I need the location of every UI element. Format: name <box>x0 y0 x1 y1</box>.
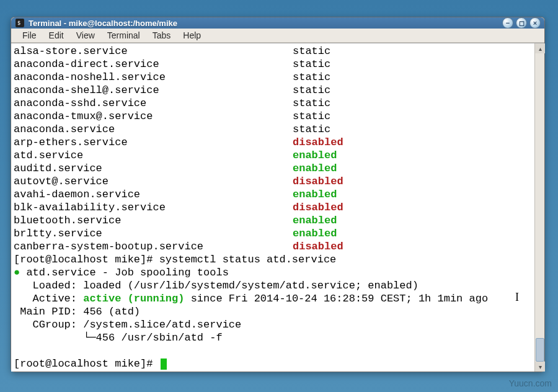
service-row: auditd.service enabled <box>14 162 532 175</box>
status-blank <box>14 344 532 357</box>
terminal-output[interactable]: alsa-store.service staticanaconda-direct… <box>11 43 534 372</box>
prompt-line-2: [root@localhost mike]# <box>14 357 532 370</box>
window-title: Terminal - mike@localhost:/home/mike <box>29 19 502 28</box>
service-row: brltty.service enabled <box>14 227 532 240</box>
service-row: autovt@.service disabled <box>14 175 532 188</box>
status-header: ● atd.service - Job spooling tools <box>14 266 532 279</box>
titlebar[interactable]: $ Terminal - mike@localhost:/home/mike −… <box>11 17 544 29</box>
service-row: canberra-system-bootup.service disabled <box>14 240 532 253</box>
status-active: Active: active (running) since Fri 2014-… <box>14 292 532 305</box>
service-row: anaconda-shell@.service static <box>14 84 532 97</box>
menu-tabs[interactable]: Tabs <box>146 29 177 42</box>
terminal-icon: $ <box>15 18 25 28</box>
status-cgroup-child: └─456 /usr/sbin/atd -f <box>14 331 532 344</box>
service-row: bluetooth.service enabled <box>14 214 532 227</box>
maximize-button[interactable]: ◻ <box>516 17 527 29</box>
menu-terminal[interactable]: Terminal <box>101 29 146 42</box>
scroll-up-button[interactable]: ▴ <box>535 43 545 53</box>
prompt-line: [root@localhost mike]# systemctl status … <box>14 253 532 266</box>
service-row: anaconda.service static <box>14 123 532 136</box>
terminal-window: $ Terminal - mike@localhost:/home/mike −… <box>11 17 545 372</box>
service-row: anaconda-tmux@.service static <box>14 110 532 123</box>
service-row: blk-availability.service disabled <box>14 201 532 214</box>
service-row: arp-ethers.service disabled <box>14 136 532 149</box>
scrollbar[interactable]: ▴ ▾ <box>534 43 544 372</box>
service-row: anaconda-noshell.service static <box>14 71 532 84</box>
status-loaded: Loaded: loaded (/usr/lib/systemd/system/… <box>14 279 532 292</box>
scroll-down-button[interactable]: ▾ <box>535 362 545 372</box>
svg-text:$: $ <box>17 20 20 26</box>
menu-file[interactable]: File <box>16 29 43 42</box>
minimize-button[interactable]: − <box>502 17 513 29</box>
watermark: Yuucn.com <box>509 378 552 388</box>
status-cgroup: CGroup: /system.slice/atd.service <box>14 318 532 331</box>
service-row: anaconda-direct.service static <box>14 58 532 71</box>
service-row: atd.service enabled <box>14 149 532 162</box>
service-row: anaconda-sshd.service static <box>14 97 532 110</box>
menu-help[interactable]: Help <box>177 29 207 42</box>
menubar: File Edit View Terminal Tabs Help <box>11 29 544 43</box>
service-row: alsa-store.service static <box>14 45 532 58</box>
window-controls: − ◻ × <box>502 17 541 29</box>
status-mainpid: Main PID: 456 (atd) <box>14 305 532 318</box>
menu-view[interactable]: View <box>70 29 101 42</box>
scroll-thumb[interactable] <box>536 338 544 362</box>
menu-edit[interactable]: Edit <box>43 29 70 42</box>
terminal-area: alsa-store.service staticanaconda-direct… <box>11 43 544 372</box>
service-row: avahi-daemon.service enabled <box>14 188 532 201</box>
close-button[interactable]: × <box>529 17 541 29</box>
